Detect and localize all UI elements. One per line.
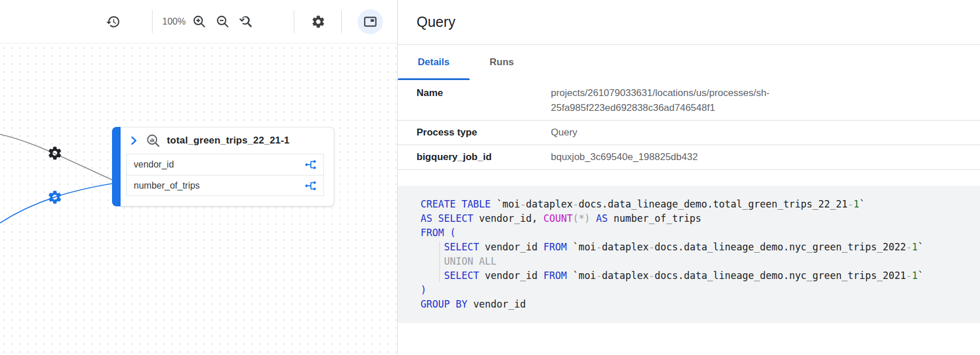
tab-runs-label: Runs: [490, 57, 514, 68]
history-icon: [106, 14, 121, 29]
field-name: vendor_id: [134, 159, 174, 170]
table-node-total-green-trips[interactable]: total_green_trips_22_21-1 vendor_id: [112, 127, 334, 206]
sql-code: CREATE TABLE `moi-dataplex-docs.data_lin…: [421, 197, 980, 312]
graph-toolbar: 100%: [0, 0, 397, 43]
field-row-vendor-id[interactable]: vendor_id: [127, 154, 323, 175]
detail-row-bigquery-job-id: bigquery_job_id bquxjob_3c69540e_198825d…: [398, 145, 980, 170]
panel-header: Query: [398, 0, 980, 45]
node-title: total_green_trips_22_21-1: [167, 135, 290, 146]
column-lineage-icon[interactable]: [304, 158, 318, 171]
detail-label: bigquery_job_id: [417, 150, 551, 165]
detail-row-process-type: Process type Query: [398, 121, 980, 145]
detail-label: Process type: [417, 125, 551, 140]
node-header: total_green_trips_22_21-1: [121, 127, 334, 154]
detail-row-name: Name projects/261079033631/locations/us/…: [398, 80, 980, 121]
indent-guide: [439, 241, 440, 282]
panel-title: Query: [417, 14, 455, 30]
detail-value: projects/261079033631/locations/us/proce…: [551, 86, 871, 115]
tab-details[interactable]: Details: [398, 45, 470, 80]
zoom-out-button[interactable]: [213, 11, 233, 32]
toolbar-divider: [294, 10, 294, 33]
panel-tabs: Details Runs: [398, 45, 980, 80]
lineage-graph-region: 100%: [0, 0, 397, 355]
zoom-level-label: 100%: [162, 17, 186, 27]
zoom-in-icon: [192, 14, 207, 29]
detail-value: Query: [551, 125, 577, 140]
zoom-reset-button[interactable]: [236, 11, 257, 32]
lineage-canvas[interactable]: total_green_trips_22_21-1 vendor_id: [0, 44, 397, 355]
toggle-side-panel-button[interactable]: [358, 9, 383, 34]
details-side-panel: Query Details Runs Name projects/2610790…: [397, 0, 980, 355]
tab-runs[interactable]: Runs: [470, 45, 534, 80]
zoom-out-icon: [215, 14, 230, 29]
gear-icon: [47, 145, 63, 161]
chevron-right-icon[interactable]: [127, 134, 140, 147]
detail-value: bquxjob_3c69540e_198825db432: [551, 150, 698, 165]
sql-code-block: CREATE TABLE `moi-dataplex-docs.data_lin…: [398, 186, 980, 323]
gear-icon: [311, 14, 326, 29]
toolbar-divider: [152, 10, 153, 33]
column-lineage-icon[interactable]: [304, 179, 318, 193]
tab-details-label: Details: [418, 57, 450, 68]
node-schema-fields: vendor_id n: [126, 154, 324, 196]
lineage-app: 100%: [0, 0, 980, 355]
history-button[interactable]: [103, 11, 123, 32]
node-body: total_green_trips_22_21-1 vendor_id: [121, 127, 334, 206]
detail-label: Name: [417, 86, 551, 115]
side-panel-icon: [363, 14, 378, 29]
field-row-number-of-trips[interactable]: number_of_trips: [127, 175, 323, 196]
process-gear-node-2-selected[interactable]: [47, 189, 63, 205]
process-gear-node-1[interactable]: [47, 145, 63, 161]
zoom-in-button[interactable]: [189, 11, 210, 32]
field-name: number_of_trips: [134, 181, 200, 191]
gear-icon: [47, 189, 63, 205]
node-selected-accent-bar: [112, 127, 121, 206]
graph-settings-button[interactable]: [308, 11, 329, 32]
toolbar-divider: [341, 10, 342, 33]
zoom-reset-icon: [239, 14, 254, 29]
bigquery-table-icon: [146, 133, 161, 149]
